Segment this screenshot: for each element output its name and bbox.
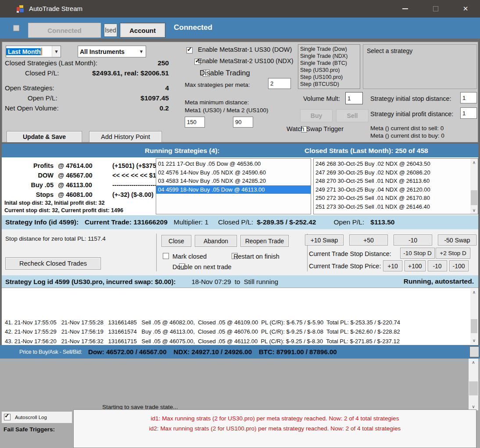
stop-distance-adjust-button[interactable]: -10 Stop D	[400, 248, 435, 259]
max-strategies-input[interactable]: 2	[268, 78, 291, 89]
initial-stop-distance-input[interactable]: 1	[460, 92, 477, 103]
price-bar-box[interactable]	[469, 346, 479, 357]
summary-label: Closed Strategies (Last Month):	[5, 59, 97, 67]
running-strategy-item[interactable]: 03 4583 14-Nov Buy .05 NDX @ 24285.20	[156, 177, 311, 185]
stop-price-adjust-button[interactable]: +10	[383, 260, 402, 271]
save-log-scrollbar[interactable]: ∧ ∨	[469, 359, 478, 410]
initial-profit-distance-input[interactable]: 1	[460, 107, 477, 119]
price-bar: Price to Buy/Ask - Sell/Bid: Dow: 46572.…	[0, 345, 480, 359]
disable-trading-label: Disable Trading	[200, 69, 250, 77]
autoscroll-log-checkbox[interactable]: ✓	[4, 414, 11, 420]
autoscroll-log-label: Autoscroll Log	[15, 415, 47, 420]
open-pl-label: Open P/L:	[333, 218, 364, 226]
running-strategies-header: Running Strategies (4):	[145, 147, 220, 155]
recheck-closed-trades-button[interactable]: Recheck Closed Trades	[5, 257, 101, 270]
stop-distance-buttons: -10 Stop D+2 Stop D	[400, 248, 470, 259]
closed-strat-item[interactable]: 250 272 30-Oct-25 Sell .01 NDX @ 26170.8…	[314, 194, 470, 203]
strategy-type-item[interactable]: Single Trade (NDX)	[298, 53, 360, 60]
strategy-type-item[interactable]: Single Trade (Dow)	[298, 46, 360, 53]
save-log-area[interactable]: Starting to save trade state...State sav…	[0, 359, 480, 410]
period-dropdown[interactable]: Last Month ▾	[6, 46, 61, 57]
reopen-trade-button[interactable]: Reopen Trade	[240, 235, 289, 247]
strategy-log-status: Running, autostarted.	[404, 277, 474, 285]
stop-distance-adjust-button[interactable]: +2 Stop D	[436, 248, 470, 259]
strategy-log-area[interactable]: 41. 21-Nov 17:55:05 21-Nov 17:55:28 1316…	[2, 288, 478, 345]
stop-price-buttons: +10+100-10-100	[383, 260, 469, 271]
minimize-button[interactable]	[392, 0, 418, 18]
volume-mult-input[interactable]: 1	[345, 92, 363, 104]
title-bar: AutoTrade Stream ✕	[0, 0, 480, 18]
toolbar-checkbox[interactable]	[13, 25, 19, 31]
close-button[interactable]: ✕	[453, 0, 478, 18]
update-save-button[interactable]: Update & Save	[7, 131, 82, 142]
initial-profit-distance-label: Strategy initial profit distance:	[370, 110, 453, 117]
closed-strat-item[interactable]: 249 271 30-Oct-25 Buy .04 NDX @ 26120.00	[314, 185, 470, 194]
stop-price-adjust-button[interactable]: +100	[405, 260, 426, 271]
maximize-button[interactable]	[423, 0, 448, 18]
account-button[interactable]: Account	[120, 23, 165, 38]
scroll-down-icon[interactable]: ∨	[470, 206, 478, 214]
sell-button[interactable]: Sell	[336, 109, 369, 122]
period-value: Last Month	[6, 48, 41, 55]
closed-strat-item[interactable]: 248 270 30-Oct-25 Sell .01 NDX @ 26113.6…	[314, 177, 470, 185]
scroll-up-icon[interactable]: ∧	[470, 288, 478, 296]
buy-button[interactable]: Buy	[300, 109, 333, 122]
connection-status: Connected	[174, 23, 212, 32]
scroll-down-icon[interactable]: ∨	[470, 337, 478, 344]
close-trade-button[interactable]: Close	[161, 235, 191, 247]
closed-pl-label: Closed P/L:	[218, 218, 253, 226]
stop-distance-label: Current Trade Stop Distance:	[309, 250, 391, 257]
closed-strat-item[interactable]: 251 273 30-Oct-25 Sell .01 NDX @ 26146.4…	[314, 203, 470, 211]
strategy-log-line: 43. 21-Nov 17:56:20 21-Nov 17:56:32 1316…	[5, 337, 478, 345]
lsed-button[interactable]: lsed	[104, 24, 117, 37]
fail-safe-box[interactable]: id1: Max running strats (2 for US30.pro)…	[73, 409, 476, 448]
running-strategy-item[interactable]: 04 4599 18-Nov Buy .05 Dow @ 46113.00	[156, 185, 311, 194]
strategy-type-item[interactable]: Step (US30.pro)	[298, 67, 360, 74]
strategy-type-item[interactable]: Step (US100.pro)	[298, 74, 360, 81]
strategy-log-scrollbar[interactable]: ∧ ∨	[470, 288, 478, 344]
running-strategies-list[interactable]: 01 221 17-Oct Buy .05 Dow @ 46536.0002 4…	[156, 158, 311, 214]
scroll-up-icon[interactable]: ∧	[470, 159, 478, 166]
closed-strat-item[interactable]: 247 269 30-Oct-25 Buy .02 NDX @ 26086.20	[314, 168, 470, 177]
scroll-up-icon[interactable]: ∧	[469, 359, 478, 366]
connected-button[interactable]: Connected	[28, 23, 101, 38]
fail-safe-line: id1: Max running strats (2 for US30.pro)…	[74, 413, 476, 423]
abandon-button[interactable]: Abandon	[195, 235, 237, 247]
add-history-point-button[interactable]: Add History Point	[89, 131, 162, 142]
position-price: @ 46567.00	[58, 171, 111, 180]
closed-strats-list[interactable]: 246 268 30-Oct-25 Buy .02 NDX @ 26043.50…	[313, 158, 478, 214]
swap-adjust-button[interactable]: -10	[394, 235, 432, 245]
scrollbar-thumb[interactable]	[471, 319, 477, 333]
closed-strat-item[interactable]: 246 268 30-Oct-25 Buy .02 NDX @ 26043.50	[314, 160, 470, 168]
summary-row: Open P/L: $1097.45	[5, 93, 169, 103]
enable-metastrat1-checkbox[interactable]: ✓	[186, 47, 193, 53]
swap-adjust-button[interactable]: +50	[349, 235, 388, 245]
summary-panel: Last Month ▾ All Instruments ▾ Closed St…	[2, 42, 478, 142]
running-strategy-item[interactable]: 02 4576 14-Nov Buy .05 NDX @ 24590.60	[156, 168, 311, 177]
closed-list-scrollbar[interactable]: ∧ ∨	[470, 159, 478, 214]
chevron-down-icon[interactable]: ▾	[137, 46, 146, 57]
meta1-distance-input[interactable]: 150	[185, 117, 205, 128]
strategy-type-item[interactable]: Step (BTCUSD)	[298, 81, 360, 88]
strategy-log-line: 42. 21-Nov 17:55:29 21-Nov 17:56:19 1316…	[5, 327, 478, 337]
stop-price-adjust-button[interactable]: -100	[449, 260, 469, 271]
close-icon: ✕	[463, 5, 469, 13]
ndx-price: NDX: 24927.10 / 24926.00	[174, 348, 252, 356]
position-name: Profits	[5, 161, 54, 171]
summary-rows: Closed Strategies (Last Month): 250 Clos…	[5, 58, 169, 113]
instruments-value: All Instruments	[78, 48, 125, 55]
mark-closed-checkbox[interactable]	[163, 253, 169, 259]
divider	[156, 234, 157, 271]
strategy-type-list[interactable]: Single Trade (Dow)Single Trade (NDX)Sing…	[298, 44, 360, 89]
swap-adjust-button[interactable]: -50 Swap	[438, 235, 476, 245]
meta2-distance-input[interactable]: 90	[233, 117, 253, 128]
chevron-down-icon[interactable]: ▾	[52, 46, 61, 57]
running-strategy-item[interactable]: 01 221 17-Oct Buy .05 Dow @ 46536.00	[156, 160, 311, 168]
swap-adjust-button[interactable]: +10 Swap	[305, 235, 344, 245]
position-line: Stops @ 46081.00 (+-32) ($-8.00)	[5, 190, 172, 199]
scrollbar-thumb[interactable]	[469, 381, 478, 395]
scrollbar-thumb[interactable]	[471, 190, 477, 205]
strategy-type-item[interactable]: Single Trade (BTC)	[298, 60, 360, 67]
stop-price-adjust-button[interactable]: -10	[428, 260, 447, 271]
instruments-dropdown[interactable]: All Instruments ▾	[78, 46, 146, 57]
